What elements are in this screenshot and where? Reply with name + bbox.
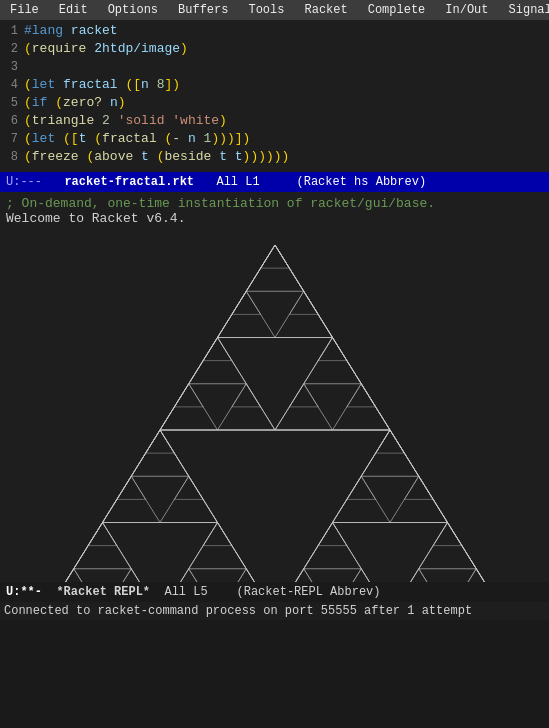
editor-mode: (Racket hs Abbrev) — [268, 175, 426, 189]
repl-mode: (Racket-REPL Abbrev) — [208, 585, 381, 599]
editor-line-5: 5 (if (zero? n) — [4, 94, 545, 112]
line-number: 3 — [4, 58, 18, 76]
editor-line-6: 6 (triangle 2 'solid 'white) — [4, 112, 545, 130]
editor-position: All L1 — [216, 175, 259, 189]
menu-file[interactable]: File — [4, 0, 45, 20]
menu-buffers[interactable]: Buffers — [172, 0, 234, 20]
menu-complete[interactable]: Complete — [362, 0, 432, 20]
repl-mode-line: U:**- *Racket REPL* All L5 (Racket-REPL … — [0, 582, 549, 602]
line-number: 8 — [4, 148, 18, 166]
line-number: 7 — [4, 130, 18, 148]
editor-line-1: 1 #lang racket — [4, 22, 545, 40]
repl-output: ; On-demand, one-time instantiation of r… — [0, 192, 549, 230]
editor-filename: racket-fractal.rkt — [50, 175, 208, 189]
menu-options[interactable]: Options — [102, 0, 164, 20]
repl-area[interactable]: ; On-demand, one-time instantiation of r… — [0, 192, 549, 582]
svg-rect-0 — [15, 230, 535, 582]
line-number: 5 — [4, 94, 18, 112]
code-editor[interactable]: 1 #lang racket 2 (require 2htdp/image) 3… — [0, 20, 549, 172]
editor-mode-line: U:--- racket-fractal.rkt All L1 (Racket … — [0, 172, 549, 192]
line-number: 4 — [4, 76, 18, 94]
sierpinski-triangle — [15, 230, 535, 582]
repl-position: All L5 — [164, 585, 207, 599]
menu-edit[interactable]: Edit — [53, 0, 94, 20]
editor-line-4: 4 (let fractal ([n 8]) — [4, 76, 545, 94]
editor-line-8: 8 (freeze (above t (beside t t)))))) — [4, 148, 545, 166]
line-number: 6 — [4, 112, 18, 130]
menu-tools[interactable]: Tools — [242, 0, 290, 20]
connection-status-text: Connected to racket-command process on p… — [4, 604, 472, 618]
repl-buffer-name: *Racket REPL* — [42, 585, 164, 599]
repl-instantiation-msg: ; On-demand, one-time instantiation of r… — [6, 196, 543, 211]
editor-line-7: 7 (let ([t (fractal (- n 1)))]) — [4, 130, 545, 148]
bottom-status-bar: Connected to racket-command process on p… — [0, 602, 549, 620]
editor-line-2: 2 (require 2htdp/image) — [4, 40, 545, 58]
line-number: 1 — [4, 22, 18, 40]
line-number: 2 — [4, 40, 18, 58]
menu-racket[interactable]: Racket — [298, 0, 353, 20]
repl-welcome-msg: Welcome to Racket v6.4. — [6, 211, 543, 226]
menu-inout[interactable]: In/Out — [439, 0, 494, 20]
editor-status: U:--- — [6, 175, 42, 189]
editor-line-3: 3 — [4, 58, 545, 76]
menu-signals[interactable]: Signals — [503, 0, 549, 20]
menu-bar: File Edit Options Buffers Tools Racket C… — [0, 0, 549, 20]
fractal-output — [0, 230, 549, 582]
repl-status: U:**- — [6, 585, 42, 599]
